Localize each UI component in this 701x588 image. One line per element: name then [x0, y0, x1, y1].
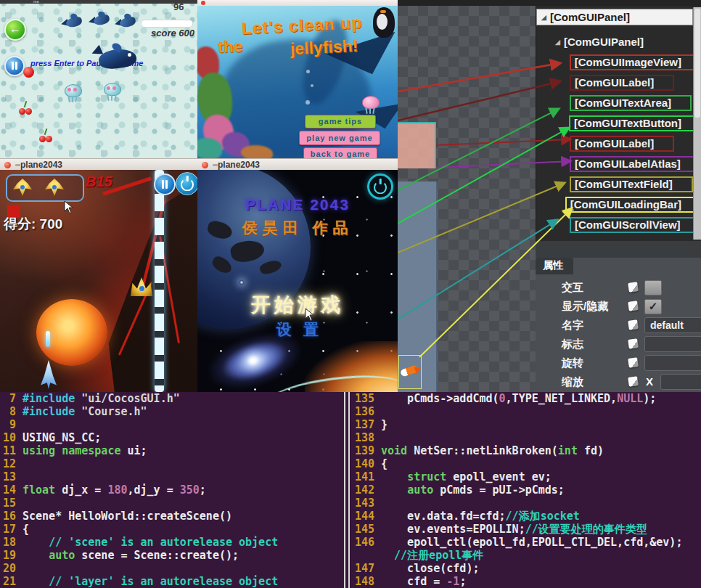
window-titlebar: nra [0, 0, 197, 4]
tree-item[interactable]: [ComGUIScrollView] [536, 216, 701, 233]
code-line: 140{ [354, 457, 701, 470]
tree-item[interactable]: [ComGUITextArea] [536, 94, 701, 111]
tree-item[interactable]: [ComGUILoadingBar] [536, 196, 701, 213]
line-number: 11 [3, 444, 16, 457]
line-number: 145 [354, 523, 374, 536]
note-icon [628, 338, 639, 349]
property-row: 旋转 [536, 355, 701, 372]
line-number: 148 [354, 575, 374, 588]
fish-sprite [61, 13, 86, 32]
code-line: 10USING_NS_CC; [3, 431, 341, 444]
line-number: 16 [3, 510, 16, 523]
line-number: 139 [354, 444, 374, 457]
minimize-button[interactable] [15, 164, 20, 166]
code-line: 135 pCmds->addCmd(0,TYPE_NET_LINKED,NULL… [354, 392, 701, 405]
boss-label: B15 [86, 173, 112, 190]
line-number: 141 [354, 470, 374, 483]
tree-item[interactable]: [ComGUIImageView] [536, 54, 701, 70]
tree-item[interactable]: [ComGUITextButton] [536, 115, 701, 131]
property-label: 旋转 [562, 356, 583, 370]
line-number: 14 [3, 483, 16, 497]
game-button-back-to-game[interactable]: back to game [303, 147, 377, 158]
note-icon [628, 282, 639, 293]
line-number: 137 [354, 418, 374, 431]
window-title: plane2043 [218, 160, 260, 170]
line-number: 147 [354, 562, 374, 575]
property-input[interactable] [660, 374, 701, 390]
tree-item[interactable]: [ComGUILabel] [536, 74, 701, 91]
property-checkbox[interactable] [644, 280, 662, 295]
line-number: 13 [3, 470, 16, 483]
code-line: 147 close(cfd); [354, 562, 701, 575]
code-line: 148 cfd = -1; [354, 575, 701, 588]
property-row: 缩放X [536, 374, 701, 391]
code-line: 138 [354, 431, 701, 444]
canvas-widget-rect[interactable] [398, 122, 436, 168]
code-line: //注册epoll事件 [354, 549, 701, 562]
tree-item-label: [ComGUITextButton] [569, 115, 701, 131]
tree-item-label: [ComGUILabel] [570, 75, 674, 91]
start-game-button[interactable]: 开始游戏 [197, 292, 398, 318]
tree-item[interactable]: ◢[ComGUIPanel] [536, 33, 701, 50]
property-row: 标志 [536, 336, 701, 354]
axis-label: X [646, 375, 653, 388]
properties-tab[interactable]: 属性 [536, 258, 573, 274]
jellyfish-game-window: Let's clean up the jellyfish! game tipsp… [197, 0, 398, 158]
line-number: 143 [354, 497, 374, 510]
tree-item[interactable]: ◢[ComGUIPanel] [536, 9, 693, 25]
close-button[interactable] [202, 162, 208, 168]
property-input[interactable] [644, 336, 701, 352]
property-input[interactable]: default [644, 317, 701, 333]
tree-item[interactable]: [ComGUILabelAtlas] [536, 155, 701, 172]
minimize-button[interactable] [213, 164, 218, 166]
panel-divider [536, 241, 701, 258]
bullet-sprite [46, 331, 50, 347]
power-button[interactable] [367, 173, 393, 200]
properties-panel: 属性 交互显示/隐藏✓名字default标志旋转缩放X [536, 258, 701, 392]
game-title-line2a: the [218, 36, 243, 57]
line-number: 138 [354, 431, 374, 444]
game-button-play-new-game[interactable]: play new game [299, 131, 380, 145]
whale-sprite [91, 41, 138, 74]
property-input[interactable] [644, 355, 701, 371]
arrow-icon [414, 365, 422, 374]
property-label: 名字 [562, 319, 583, 332]
expander-icon[interactable]: ◢ [541, 14, 546, 21]
tree-item-label: [ComGUILabelAtlas] [570, 156, 701, 172]
tree-item-label: [ComGUIPanel] [550, 11, 630, 23]
window-titlebar: plane2043 [0, 158, 197, 170]
pause-button[interactable] [154, 173, 176, 195]
expander-icon[interactable]: ◢ [555, 38, 560, 46]
code-line: 142 auto pCmds = pUI->pCmds; [354, 483, 701, 497]
property-row: 名字default [536, 317, 701, 335]
settings-button[interactable]: 设置 [197, 319, 398, 340]
line-number: 18 [3, 536, 16, 549]
bright-star [239, 280, 244, 285]
code-line: 141 struct epoll_event ev; [354, 470, 701, 483]
close-button[interactable] [4, 162, 11, 168]
back-button[interactable]: ← [4, 19, 26, 41]
game-button-game-tips[interactable]: game tips [305, 115, 376, 128]
fish-sprite [115, 13, 139, 32]
close-button[interactable] [201, 1, 205, 5]
jellyfish-enemy-sprite [103, 83, 120, 103]
canvas-arrow-widget[interactable] [398, 355, 422, 389]
lava-level-game-window: 得分: 700 B15 [0, 170, 197, 392]
property-checkbox[interactable]: ✓ [644, 299, 662, 314]
code-pane-right[interactable]: 135 pCmds->addCmd(0,TYPE_NET_LINKED,NULL… [354, 392, 701, 588]
split-divider[interactable] [343, 392, 353, 588]
underwater-scene: Let's clean up the jellyfish! game tipsp… [197, 6, 398, 158]
pause-button[interactable] [4, 56, 25, 76]
code-pane-left[interactable]: 7#include "ui/CocosGUI.h"8#include "Cour… [3, 392, 341, 588]
code-line: 144 ev.data.fd=cfd;//添加socket [354, 510, 701, 523]
lives-panel [6, 174, 84, 202]
line-number: 17 [3, 523, 16, 536]
penguin-sprite [373, 7, 395, 38]
power-button[interactable] [176, 172, 197, 195]
tree-item[interactable]: [ComGUITextField] [536, 176, 701, 192]
game-title-line2b: jellyfish! [290, 36, 358, 60]
scrollbar-thumb[interactable] [694, 9, 700, 118]
tree-scrollbar[interactable] [693, 7, 701, 240]
line-number: 136 [354, 405, 374, 418]
tree-item[interactable]: [ComGUILabel] [536, 135, 701, 152]
